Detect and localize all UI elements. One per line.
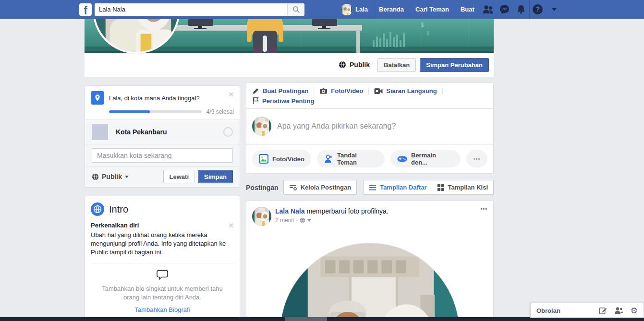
composer-actions: Foto/Video Tandai Teman	[246, 144, 493, 173]
profile-photo-update[interactable]	[280, 243, 459, 321]
tab-divider	[442, 88, 443, 95]
nav-right: Lala Beranda Cari Teman Buat	[336, 0, 562, 19]
svg-text:$: $	[421, 21, 425, 28]
post-avatar[interactable]	[252, 207, 271, 226]
post-author-link[interactable]: Lala Nala	[275, 207, 304, 215]
tab-divider	[314, 88, 314, 95]
tab-siaran-langsung[interactable]: Siaran Langsung	[374, 87, 437, 95]
cancel-button[interactable]: Batalkan	[377, 58, 416, 72]
grid-view-icon	[437, 184, 444, 191]
pill-label: Tandai Teman	[337, 152, 378, 166]
new-message-icon[interactable]	[599, 307, 607, 315]
city-privacy-select[interactable]: Publik	[92, 173, 129, 180]
chevron-down-icon	[552, 8, 557, 11]
nav-profile-name: Lala	[355, 6, 368, 13]
help-button[interactable]: ?	[530, 0, 546, 19]
photo-video-button[interactable]: Foto/Video	[252, 150, 311, 167]
search-input[interactable]	[95, 3, 287, 16]
nav-profile-link[interactable]: Lala	[336, 0, 373, 19]
search-button[interactable]	[287, 3, 304, 16]
list-view-icon	[369, 185, 377, 190]
city-input-row	[85, 144, 240, 167]
more-actions-button[interactable]: •••	[466, 150, 487, 167]
button-label: Tampilan Kisi	[448, 184, 488, 191]
tab-buat-postingan[interactable]: Buat Postingan	[252, 87, 308, 95]
help-icon: ?	[533, 4, 543, 14]
city-suggestion-row[interactable]: Kota Pekanbaru	[85, 120, 240, 144]
left-column: Lala, di kota mana Anda tinggal? ✕ 4/9 s…	[85, 85, 240, 321]
grid-view-button[interactable]: Tampilan Kisi	[432, 180, 494, 195]
nav-link-buat[interactable]: Buat	[455, 0, 480, 19]
chat-label[interactable]: Obrolan	[536, 307, 560, 314]
city-prompt-body: Kota Pekanbaru Publik Lewati Simpan	[85, 119, 240, 187]
city-prompt-card: Lala, di kota mana Anda tinggal? ✕ 4/9 s…	[85, 85, 240, 188]
cover-privacy-label: Publik	[350, 61, 370, 69]
button-label: Tampilan Daftar	[380, 184, 426, 191]
post-timestamp[interactable]: 2 menit	[275, 217, 294, 224]
tag-friends-button[interactable]: Tandai Teman	[317, 150, 385, 167]
scrollbar-thumb[interactable]	[285, 317, 327, 321]
list-gear-icon	[289, 184, 297, 191]
intro-body: Perkenalkan diri ✕ Ubah hal yang dilihat…	[85, 221, 240, 321]
city-prompt-footer: Publik Lewati Simpan	[85, 167, 240, 187]
account-menu-button[interactable]	[546, 0, 562, 19]
divider	[91, 263, 234, 263]
add-contact-icon[interactable]	[614, 307, 623, 314]
add-bio-link[interactable]: Tambahkan Biografi	[135, 306, 190, 313]
cover-actions: Publik Batalkan Simpan Perubahan	[85, 53, 494, 77]
gear-icon[interactable]: ⚙	[631, 307, 638, 315]
save-changes-button[interactable]: Simpan Perubahan	[420, 58, 489, 72]
chevron-down-icon[interactable]	[307, 219, 311, 222]
photo-icon	[259, 154, 268, 164]
couple-photo	[280, 243, 459, 321]
close-icon[interactable]: ✕	[228, 91, 234, 98]
city-suggestion-label: Kota Pekanbaru	[116, 128, 167, 136]
list-view-button[interactable]: Tampilan Daftar	[363, 180, 432, 195]
bio-hint: Tambahkan bio singkat untuk memberi tahu…	[91, 285, 234, 302]
play-with-friends-button[interactable]: Bermain den...	[390, 150, 461, 167]
search-bar	[95, 3, 304, 16]
intro-globe-icon	[91, 202, 104, 216]
nav-link-cari-teman[interactable]: Cari Teman	[410, 0, 455, 19]
avatar[interactable]	[252, 117, 271, 136]
city-radio[interactable]	[223, 127, 233, 137]
status-input[interactable]: Apa yang Anda pikirkan sekarang?	[277, 122, 396, 131]
save-city-button[interactable]: Simpan	[198, 170, 233, 183]
intro-card: Intro Perkenalkan diri ✕ Ubah hal yang d…	[85, 196, 240, 321]
tab-foto-video[interactable]: Foto/Video	[319, 87, 363, 95]
close-icon[interactable]: ✕	[228, 222, 234, 229]
manage-posts-button[interactable]: Kelola Postingan	[283, 180, 357, 195]
intro-subtitle: Perkenalkan diri	[91, 222, 234, 229]
tab-label: Peristiwa Penting	[262, 97, 314, 105]
profile-progress: 4/9 selesai	[109, 108, 234, 115]
pill-label: Bermain den...	[411, 152, 454, 166]
tab-label: Foto/Video	[331, 87, 363, 95]
messenger-button[interactable]	[497, 0, 513, 19]
nav-link-beranda[interactable]: Beranda	[373, 0, 410, 19]
post: Lala Nala memperbarui foto profilnya. 2 …	[246, 201, 494, 321]
chat-bar[interactable]: Obrolan ⚙	[530, 303, 644, 318]
tab-label: Siaran Langsung	[386, 87, 437, 95]
city-prompt-title: Lala, di kota mana Anda tinggal?	[109, 95, 200, 102]
facebook-logo[interactable]: f	[79, 3, 92, 16]
tab-divider	[368, 88, 369, 95]
tab-peristiwa-penting[interactable]: Peristiwa Penting	[252, 96, 314, 105]
cover-privacy[interactable]: Publik	[339, 61, 370, 69]
friends-icon	[482, 5, 495, 14]
horizontal-scrollbar[interactable]	[0, 317, 644, 321]
live-video-icon	[374, 88, 383, 95]
svg-text:$: $	[426, 30, 429, 36]
notifications-button[interactable]	[513, 0, 529, 19]
friend-requests-button[interactable]	[480, 0, 497, 19]
messenger-icon	[499, 4, 510, 14]
intro-title: Intro	[109, 204, 128, 215]
post-menu-button[interactable]: •••	[480, 206, 487, 212]
city-input[interactable]	[92, 148, 233, 163]
view-toggle: Tampilan Daftar Tampilan Kisi	[363, 180, 494, 195]
composer-tabs: Buat Postingan Foto/Video	[246, 83, 493, 109]
post-header: Lala Nala memperbarui foto profilnya. 2 …	[246, 201, 493, 232]
skip-button[interactable]: Lewati	[163, 170, 195, 183]
camera-icon	[319, 87, 328, 95]
city-prompt-header: Lala, di kota mana Anda tinggal? ✕ 4/9 s…	[85, 86, 240, 119]
pill-label: Foto/Video	[272, 155, 304, 163]
